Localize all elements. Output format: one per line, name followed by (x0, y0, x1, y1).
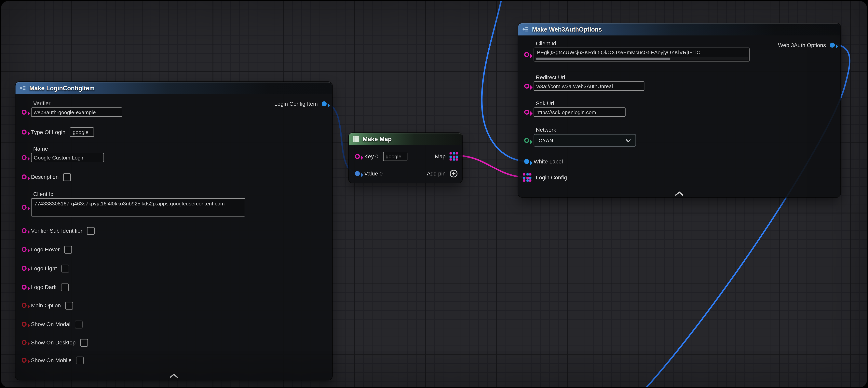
field-verifier-sub-identifier: Verifier Sub Identifier (22, 226, 95, 235)
blueprint-graph: Make LoginConfigItem Login Config Item V… (0, 0, 868, 388)
pin-label: Show On Desktop (31, 339, 75, 346)
main-option-checkbox[interactable] (65, 301, 73, 309)
chevron-up-icon (169, 373, 179, 378)
field-description: Description (22, 172, 71, 182)
pin-label: Description (31, 174, 59, 180)
chevron-down-icon (626, 139, 631, 142)
pin-show-on-desktop[interactable] (22, 340, 27, 345)
pin-label: Sdk Url (536, 100, 626, 106)
grid-cell (526, 179, 528, 182)
node-header[interactable]: Make Map (349, 133, 462, 145)
pin-label: Verifier (33, 100, 122, 106)
pin-network[interactable] (524, 138, 529, 143)
grid-cell (450, 158, 452, 160)
show-on-mobile-checkbox[interactable] (76, 356, 84, 364)
description-input[interactable] (63, 173, 71, 181)
pin-value0[interactable] (355, 171, 360, 176)
grid-cell (529, 176, 531, 179)
node-make-map[interactable]: Make Map Key 0 google Map Value 0 Add pi… (349, 133, 462, 183)
client-id-input[interactable]: BEglQSgt4cUWcj6SKRdu5QkOXTsePmMcusG5EAoy… (534, 48, 749, 61)
logo-light-input[interactable] (61, 264, 69, 272)
field-logo-dark: Logo Dark (22, 282, 69, 292)
type-of-login-input[interactable]: google (70, 127, 94, 137)
pin-logo-light[interactable] (22, 266, 27, 271)
wire-map-to-loginconfig[interactable] (456, 155, 526, 177)
network-selected-value: CYAN (539, 138, 553, 143)
pin-label: Map (435, 153, 446, 159)
pin-verifier[interactable] (22, 110, 27, 115)
pin-label: Login Config Item (274, 101, 318, 107)
pin-logo-hover[interactable] (22, 247, 27, 252)
client-id-input[interactable]: 774338308167-q463s7kpvja16l4l0kko3nb925i… (31, 198, 245, 217)
pin-main-option[interactable] (22, 303, 27, 308)
pin-label: Login Config (536, 175, 567, 181)
node-header[interactable]: Make Web3AuthOptions (518, 23, 840, 35)
node-title: Make LoginConfigItem (29, 85, 95, 91)
field-type-of-login: Type Of Login google (22, 127, 94, 137)
pin-redirect-url[interactable] (524, 84, 529, 89)
pin-logo-dark[interactable] (22, 285, 27, 290)
grid-cell (450, 155, 452, 157)
pin-label: Network (536, 127, 636, 133)
pin-verifier-sub-identifier[interactable] (22, 228, 27, 233)
grid-cell (453, 158, 455, 160)
pin-sdk-url[interactable] (524, 110, 529, 115)
name-input[interactable]: Google Custom Login (31, 153, 104, 162)
grid-cell (453, 155, 455, 157)
output-row-web3auth-options: Web 3Auth Options (778, 40, 835, 50)
grid-cell (456, 158, 458, 160)
field-client-id: Client Id 774338308167-q463s7kpvja16l4l0… (22, 191, 245, 216)
key0-input[interactable]: google (383, 152, 407, 161)
grid-cell (456, 152, 458, 154)
add-pin-row: Add pin (427, 169, 458, 178)
pin-description[interactable] (22, 175, 27, 179)
grid-cell (453, 152, 455, 154)
show-on-desktop-checkbox[interactable] (80, 339, 88, 347)
pin-label: Web 3Auth Options (778, 42, 826, 48)
output-row-login-config-item: Login Config Item (274, 99, 327, 109)
pin-web3auth-options-output[interactable] (830, 42, 835, 48)
pin-type-of-login[interactable] (22, 129, 27, 135)
field-show-on-desktop: Show On Desktop (22, 338, 88, 347)
pin-key0[interactable] (355, 154, 360, 159)
verifier-input[interactable]: web3auth-google-example (31, 108, 122, 117)
pin-label: Logo Light (31, 265, 57, 271)
logo-dark-input[interactable] (61, 283, 69, 291)
show-on-modal-checkbox[interactable] (75, 320, 83, 328)
field-white-label: White Label (524, 157, 563, 166)
logo-hover-input[interactable] (64, 246, 72, 253)
sdk-url-input[interactable]: https://sdk.openlogin.com (534, 108, 626, 117)
pin-show-on-mobile[interactable] (22, 358, 27, 363)
pin-login-config[interactable] (523, 173, 531, 182)
pin-map-output[interactable] (450, 152, 458, 160)
network-dropdown[interactable]: CYAN (534, 134, 636, 147)
redirect-url-input[interactable]: w3a://com.w3a.Web3AuthUnreal (534, 82, 645, 91)
scrollbar-thumb[interactable] (536, 58, 671, 60)
node-title: Make Web3AuthOptions (532, 26, 602, 33)
grid-cell (526, 173, 528, 176)
pin-white-label[interactable] (524, 159, 529, 164)
pin-client-id[interactable] (524, 52, 529, 57)
pin-label: Logo Dark (31, 284, 57, 290)
collapse-node-button[interactable] (169, 370, 179, 381)
horizontal-scrollbar[interactable] (535, 57, 748, 60)
pin-name[interactable] (22, 155, 27, 160)
field-login-config: Login Config (523, 173, 567, 182)
pin-show-on-modal[interactable] (22, 322, 27, 327)
pin-login-config-item-output[interactable] (322, 101, 327, 106)
pin-client-id[interactable] (22, 205, 27, 210)
make-map-icon (352, 136, 359, 142)
field-network: Network CYAN (524, 127, 636, 147)
pin-label: White Label (534, 158, 563, 165)
verifier-sub-identifier-input[interactable] (87, 227, 94, 234)
collapse-node-button[interactable] (674, 188, 684, 198)
chevron-up-icon (674, 191, 684, 196)
field-name: Name Google Custom Login (22, 146, 104, 162)
node-make-web3authoptions[interactable]: Make Web3AuthOptions Web 3Auth Options C… (518, 23, 840, 197)
node-make-loginconfigitem[interactable]: Make LoginConfigItem Login Config Item V… (16, 82, 332, 380)
field-logo-light: Logo Light (22, 264, 69, 273)
node-header[interactable]: Make LoginConfigItem (16, 82, 332, 94)
grid-cell (523, 179, 525, 182)
output-row-map: Map (435, 152, 458, 161)
add-pin-icon[interactable] (450, 169, 458, 178)
